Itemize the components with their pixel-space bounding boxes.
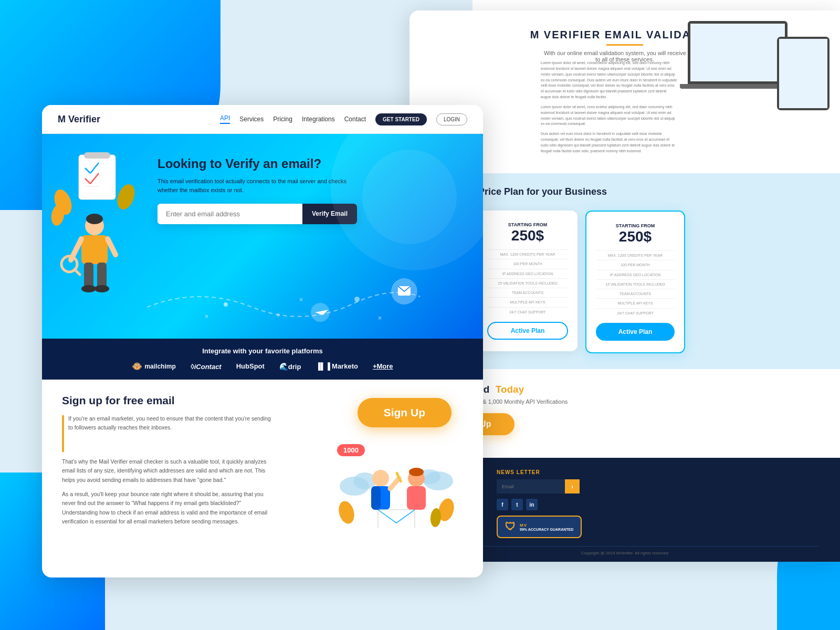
integrate-logos-row: 🐵 mailchimp ◊iContact HubSpot 🌊drip ▐▌▐M… (58, 361, 467, 371)
scene: M VERIFIER EMAIL VALIDATION With our onl… (0, 0, 840, 630)
mailchimp-icon: 🐵 (132, 361, 142, 371)
integrate-title: Integrate with your favorite platforms (58, 347, 467, 355)
svg-rect-42 (407, 486, 426, 510)
title-underline (606, 44, 643, 46)
svg-text:×: × (299, 296, 303, 303)
lorem-text-block: Lorem ipsum dolor sit amet, consectetrur… (541, 60, 677, 154)
price-card-1-label: STARTING FROM (487, 222, 568, 227)
integrate-logo-marketo: ▐▌▐Marketo (316, 362, 358, 370)
price-card-1-features: MAX. 1200 CREDITS PER YEAR 100 PER MONTH… (487, 249, 568, 317)
price-card-2: STARTING FROM 250$ MAX. 1200 CREDITS PER… (585, 211, 685, 353)
svg-line-13 (75, 269, 80, 275)
email-verify-form: Verify Email (158, 204, 357, 224)
footer-newsletter: NEWS LETTER › f t in 🛡 (497, 469, 582, 538)
login-nav-btn[interactable]: LOGIN (436, 113, 467, 125)
newsletter-input[interactable] (497, 479, 565, 494)
svg-rect-9 (81, 235, 108, 264)
integrate-logo-drip: 🌊drip (279, 362, 301, 371)
price-card-1: STARTING FROM 250$ MAX. 1200 CREDITS PER… (478, 211, 578, 351)
lorem-para2: Lorem ipsum dolor sit amet, cons ectetur… (541, 104, 677, 127)
people-illustration-svg (339, 449, 454, 528)
social-icon-twitter[interactable]: t (511, 499, 523, 510)
svg-point-20 (114, 182, 138, 212)
hero-content: Looking to Verify an email? This email v… (158, 156, 357, 224)
svg-rect-40 (371, 486, 381, 510)
integrate-more-link[interactable]: +More (373, 362, 393, 370)
svg-text:×: × (378, 314, 382, 322)
drip-icon: 🌊 (279, 362, 288, 371)
svg-point-8 (86, 214, 103, 224)
svg-point-43 (409, 468, 424, 476)
svg-point-26 (224, 302, 228, 307)
integrate-logo-hubspot: HubSpot (236, 362, 265, 370)
svg-point-28 (354, 297, 360, 302)
social-icons-row: f t in (497, 499, 582, 510)
signup-para2: That's why the Mail Verifier email check… (62, 457, 272, 485)
tablet-body (777, 37, 830, 110)
svg-rect-15 (97, 262, 107, 289)
hero-bg-circle-medium (362, 150, 457, 244)
navbar: M Verifier API Services Pricing Integrat… (42, 105, 483, 134)
signup-big-btn[interactable]: Sign Up (358, 398, 452, 427)
svg-point-27 (277, 313, 280, 317)
newsletter-submit-btn[interactable]: › (565, 479, 580, 494)
signup-illustration-area: 1000 (339, 449, 454, 530)
svg-point-45 (339, 499, 356, 526)
signup-section: Sign up for free email If you're an emai… (42, 380, 483, 541)
nav-logo: M Verifier (58, 114, 100, 125)
hero-subtitle: This email verification tool actually co… (158, 177, 357, 195)
marketo-icon: ▐▌▐ (316, 362, 330, 370)
active-plan-btn-2[interactable]: Active Plan (596, 323, 675, 341)
laptop-body (688, 21, 788, 84)
svg-rect-0 (79, 155, 116, 200)
get-started-nav-btn[interactable]: GET STARTED (375, 113, 427, 125)
integrate-logo-icontact: ◊iContact (191, 362, 222, 371)
lorem-para3: Duis autem vel eum iriure dolor in hendr… (541, 131, 677, 154)
svg-rect-44 (378, 510, 415, 528)
get-started-subtitle: Free List Analysis & 1,000 Monthly API V… (436, 398, 814, 405)
mv-text: MV 99% ACCURACY GUARANTED (520, 523, 573, 531)
signup-para3: As a result, you'll keep your bounce rat… (62, 490, 272, 526)
mv-accuracy-badge: 🛡 MV 99% ACCURACY GUARANTED (497, 516, 582, 538)
badge-and-illustration: 1000 (339, 449, 454, 530)
social-icon-facebook[interactable]: f (497, 499, 508, 510)
price-card-2-amount: 250$ (596, 228, 675, 245)
pricing-cards-row: M AR 5 IDED STARTING FROM 250$ MAX. 1200… (428, 211, 822, 353)
social-icon-linkedin[interactable]: in (526, 499, 538, 510)
price-card-2-features: MAX. 1200 CREDITS PER YEAR 100 PER MONTH… (596, 250, 675, 318)
signup-text-block: If you're an email marketer, you need to… (62, 414, 272, 452)
hero-title: Looking to Verify an email? (158, 156, 357, 172)
svg-rect-1 (84, 152, 110, 159)
svg-point-17 (94, 285, 109, 292)
newsletter-title: NEWS LETTER (497, 469, 582, 475)
nav-link-contact[interactable]: Contact (344, 116, 366, 123)
laptop-screen (690, 24, 785, 81)
lorem-para1: Lorem ipsum dolor sit amet, consectetrur… (541, 60, 677, 100)
front-card: M Verifier API Services Pricing Integrat… (42, 105, 483, 578)
integrate-logo-mailchimp: 🐵 mailchimp (132, 361, 175, 371)
nav-links: API Services Pricing Integrations Contac… (220, 113, 467, 125)
device-illustration (682, 21, 830, 126)
svg-line-11 (108, 239, 116, 255)
mv-logo: 🛡 (505, 521, 516, 533)
svg-point-36 (372, 470, 389, 487)
nav-link-pricing[interactable]: Pricing (273, 116, 292, 123)
nav-link-services[interactable]: Services (239, 116, 264, 123)
footer-copyright: Copyright @ 2019 MVerifier. All rights r… (430, 546, 819, 555)
icontact-icon: ◊ (191, 362, 194, 371)
signup-accent-bar (62, 415, 64, 452)
integrate-section: Integrate with your favorite platforms 🐵… (42, 339, 483, 380)
get-started-title: Get Started Today (436, 384, 814, 395)
price-card-1-amount: 250$ (487, 227, 568, 244)
active-plan-btn-1[interactable]: Active Plan (487, 322, 568, 340)
pricing-title: e The Best Price Plan for your Business (428, 186, 822, 197)
email-input[interactable] (158, 204, 302, 224)
mailchimp-label: mailchimp (144, 363, 175, 370)
hero-decoration: × × × (121, 276, 457, 328)
nav-link-integrations[interactable]: Integrations (302, 116, 335, 123)
signup-para1: If you're an email marketer, you need to… (68, 414, 272, 433)
footer-columns: QUICK LINKS • API • Services • Pricing •… (430, 469, 819, 538)
newsletter-form: › (497, 479, 582, 494)
nav-link-api[interactable]: API (220, 114, 230, 124)
price-card-2-label: STARTING FROM (596, 223, 675, 228)
